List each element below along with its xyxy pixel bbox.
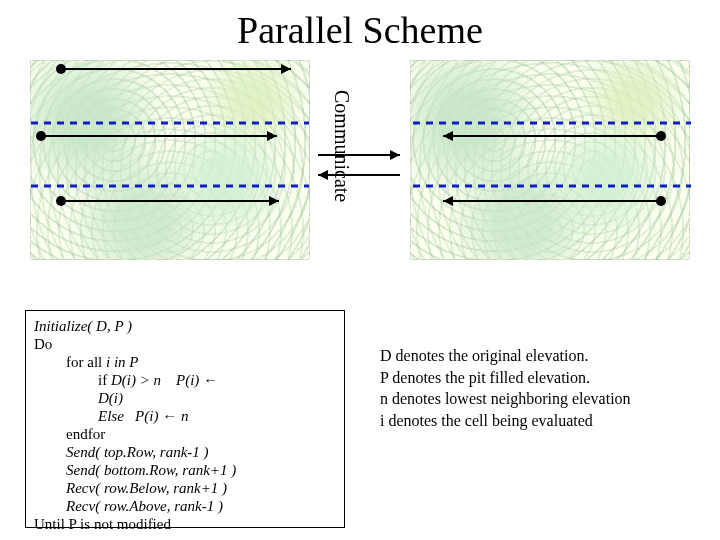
legend-n: n denotes lowest neighboring elevation bbox=[380, 388, 710, 410]
svg-point-2 bbox=[56, 64, 66, 74]
legend: D denotes the original elevation. P deno… bbox=[380, 345, 710, 431]
legend-p: P denotes the pit filled elevation. bbox=[380, 367, 710, 389]
svg-marker-22 bbox=[318, 170, 328, 180]
svg-point-13 bbox=[656, 131, 666, 141]
legend-i: i denotes the cell being evaluated bbox=[380, 410, 710, 432]
algo-line-5: endfor bbox=[34, 425, 336, 443]
page-title: Parallel Scheme bbox=[0, 8, 720, 52]
algorithm-box: Initialize( D, P ) Do for all i in P if … bbox=[25, 310, 345, 528]
svg-marker-7 bbox=[267, 131, 277, 141]
svg-point-16 bbox=[656, 196, 666, 206]
algo-line-8: Recv( row.Below, rank+1 ) bbox=[34, 479, 336, 497]
right-overlay bbox=[411, 61, 691, 261]
communicate-label: Communicate bbox=[330, 90, 353, 202]
svg-marker-15 bbox=[443, 131, 453, 141]
algo-line-10: Until P is not modified bbox=[34, 515, 336, 533]
algo-line-4: Else P(i) ← n bbox=[34, 407, 336, 425]
svg-marker-18 bbox=[443, 196, 453, 206]
right-terrain-tile bbox=[410, 60, 690, 260]
algo-line-3b: D(i) bbox=[34, 389, 336, 407]
left-overlay bbox=[31, 61, 311, 261]
diagram: Communicate bbox=[30, 60, 690, 290]
left-terrain-tile bbox=[30, 60, 310, 260]
algo-line-9: Recv( row.Above, rank-1 ) bbox=[34, 497, 336, 515]
svg-point-8 bbox=[56, 196, 66, 206]
algo-line-1: Do bbox=[34, 335, 336, 353]
svg-marker-20 bbox=[390, 150, 400, 160]
legend-d: D denotes the original elevation. bbox=[380, 345, 710, 367]
algo-line-3: if D(i) > n P(i) ← bbox=[34, 371, 336, 389]
svg-marker-4 bbox=[281, 64, 291, 74]
svg-point-5 bbox=[36, 131, 46, 141]
algo-line-6: Send( top.Row, rank-1 ) bbox=[34, 443, 336, 461]
svg-marker-10 bbox=[269, 196, 279, 206]
algo-line-0: Initialize( D, P ) bbox=[34, 317, 336, 335]
algo-line-2: for all i in P bbox=[34, 353, 336, 371]
algo-line-7: Send( bottom.Row, rank+1 ) bbox=[34, 461, 336, 479]
